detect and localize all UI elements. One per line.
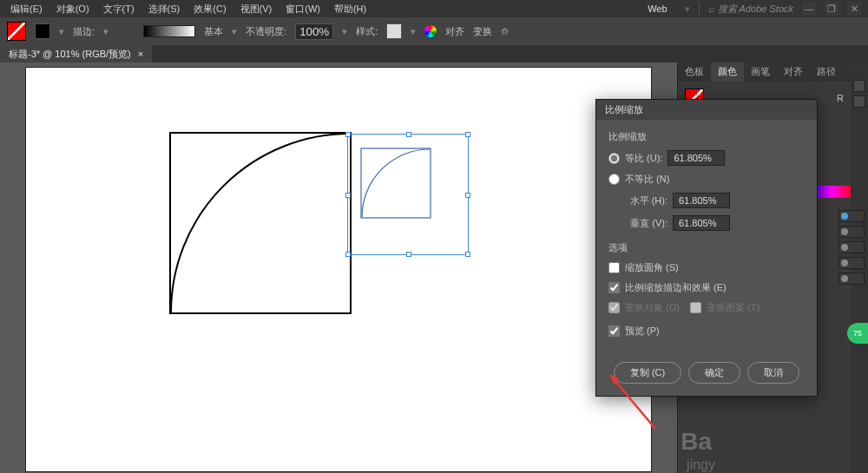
menu-edit[interactable]: 编辑(E) [3, 3, 49, 16]
stock-search[interactable]: ⌕ 搜索 Adobe Stock [708, 3, 793, 16]
fill-color-btn[interactable] [35, 23, 50, 39]
recolor-icon[interactable] [424, 25, 437, 37]
sel-handle-ml[interactable] [345, 193, 351, 198]
mini-dock-3[interactable] [838, 241, 865, 253]
window-close[interactable]: ✕ [847, 2, 861, 16]
nonuniform-label: 不等比 (N) [625, 173, 669, 186]
mini-dock-4[interactable] [838, 257, 865, 269]
opacity-input[interactable] [295, 23, 333, 40]
panel-tab-swatches[interactable]: 色板 [678, 62, 711, 82]
selection-bounds[interactable] [347, 134, 469, 255]
vertical-input[interactable] [673, 215, 730, 231]
preview-label: 预览 (P) [625, 325, 660, 338]
stroke-profile[interactable] [143, 25, 195, 37]
panel-tab-color[interactable]: 颜色 [711, 62, 744, 82]
sel-handle-bm[interactable] [406, 252, 411, 257]
check-transform-objects [608, 302, 620, 313]
opacity-label: 不透明度: [246, 25, 286, 38]
pin-icon[interactable]: ⟰ [501, 26, 509, 37]
canvas-area[interactable] [0, 62, 677, 473]
tab-bar: 标题-3* @ 101% (RGB/预览) × [0, 45, 868, 62]
mini-dock-1[interactable] [838, 210, 865, 222]
menu-object[interactable]: 对象(O) [49, 3, 96, 16]
document-tab-label: 标题-3* @ 101% (RGB/预览) [9, 48, 131, 61]
artboard[interactable] [26, 68, 651, 471]
section-options-title: 选项 [608, 241, 805, 254]
transform-patterns-label: 变换图案 (T) [707, 301, 760, 314]
copy-button[interactable]: 复制 (C) [614, 362, 681, 384]
mini-dock-2[interactable] [838, 226, 865, 238]
panel-tab-align[interactable]: 对齐 [777, 62, 810, 82]
large-quarter-shape[interactable] [169, 132, 352, 314]
brush-basic[interactable]: 基本 [204, 25, 223, 38]
uniform-input[interactable] [667, 150, 725, 166]
cancel-button[interactable]: 取消 [747, 362, 799, 384]
panel-tab-pathfinder[interactable]: 路径 [810, 62, 843, 82]
dialog-title: 比例缩放 [605, 103, 643, 116]
scale-dialog: 比例缩放 比例缩放 等比 (U): 不等比 (N) 水平 (H): 垂直 (V)… [595, 99, 818, 397]
vertical-label: 垂直 (V): [624, 217, 667, 230]
dock-icon-2[interactable] [853, 95, 865, 108]
menu-help[interactable]: 帮助(H) [327, 3, 373, 16]
document-tab[interactable]: 标题-3* @ 101% (RGB/预览) × [0, 45, 152, 62]
green-badge: 75 [847, 323, 868, 344]
ok-button[interactable]: 确定 [688, 362, 740, 384]
sel-handle-br[interactable] [465, 252, 470, 257]
search-icon: ⌕ [708, 3, 714, 14]
uniform-label: 等比 (U): [625, 152, 662, 165]
sel-handle-tm[interactable] [406, 132, 411, 137]
transform-objects-label: 变换对象 (O) [625, 301, 680, 314]
window-minimize[interactable]: — [802, 2, 816, 16]
check-scale-corners[interactable] [608, 262, 620, 273]
mini-dock-5[interactable] [838, 273, 865, 285]
workspace-switcher[interactable]: Web [639, 2, 675, 16]
menu-select[interactable]: 选择(S) [141, 3, 187, 16]
menu-view[interactable]: 视图(V) [233, 3, 279, 16]
sel-handle-tl[interactable] [345, 132, 351, 137]
radio-nonuniform[interactable] [608, 174, 620, 185]
window-restore[interactable]: ❐ [825, 2, 838, 16]
radio-uniform[interactable] [608, 153, 620, 164]
sel-handle-mr[interactable] [465, 193, 470, 198]
style-swatch[interactable] [386, 23, 402, 39]
r-label: R [837, 93, 844, 103]
menu-effect[interactable]: 效果(C) [187, 3, 233, 16]
style-label: 样式: [356, 25, 378, 38]
stroke-label: 描边: [73, 25, 95, 38]
menu-type[interactable]: 文字(T) [96, 3, 141, 16]
dock-icon-1[interactable] [853, 80, 865, 92]
check-scale-strokes[interactable] [608, 282, 620, 293]
check-transform-patterns [690, 302, 701, 313]
transform-btn[interactable]: 变换 [473, 25, 492, 38]
sel-handle-bl[interactable] [345, 252, 351, 257]
scale-strokes-label: 比例缩放描边和效果 (E) [625, 281, 727, 294]
scale-corners-label: 缩放圆角 (S) [625, 261, 679, 274]
horizontal-label: 水平 (H): [624, 194, 667, 207]
panel-tab-brushes[interactable]: 画笔 [744, 62, 777, 82]
control-bar: ▾ 描边: ▾ 基本 ▾ 不透明度: ▾ 样式: ▾ 对齐 变换 ⟰ [0, 17, 868, 45]
section-scale-title: 比例缩放 [608, 130, 805, 143]
right-mini-dock [838, 210, 865, 285]
horizontal-input[interactable] [673, 193, 730, 208]
svg-rect-0 [170, 133, 351, 313]
align-btn[interactable]: 对齐 [445, 25, 464, 38]
check-preview[interactable] [608, 325, 620, 337]
sel-handle-tr[interactable] [465, 132, 470, 137]
tab-close-icon[interactable]: × [138, 49, 143, 59]
menu-window[interactable]: 窗口(W) [279, 3, 327, 16]
fill-stroke-swatch[interactable] [7, 22, 26, 41]
